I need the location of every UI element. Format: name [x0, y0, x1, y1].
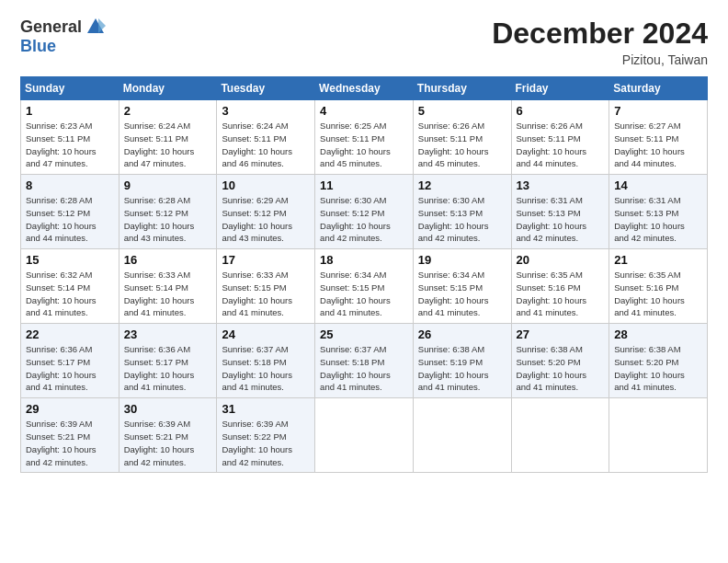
calendar-day-cell: 2Sunrise: 6:24 AM Sunset: 5:11 PM Daylig…	[119, 100, 217, 175]
weekday-header-tuesday: Tuesday	[217, 77, 315, 100]
calendar-day-cell: 10Sunrise: 6:29 AM Sunset: 5:12 PM Dayli…	[217, 175, 315, 249]
logo-general-text: General	[20, 17, 82, 37]
day-number: 12	[418, 178, 506, 192]
day-number: 22	[26, 327, 114, 341]
day-info: Sunrise: 6:29 AM Sunset: 5:12 PM Dayligh…	[222, 194, 310, 245]
calendar-week-row: 8Sunrise: 6:28 AM Sunset: 5:12 PM Daylig…	[21, 175, 708, 249]
day-info: Sunrise: 6:39 AM Sunset: 5:22 PM Dayligh…	[222, 418, 310, 468]
day-number: 17	[222, 253, 310, 267]
calendar-day-cell: 18Sunrise: 6:34 AM Sunset: 5:15 PM Dayli…	[315, 249, 414, 324]
logo-icon	[85, 17, 106, 37]
calendar-week-row: 22Sunrise: 6:36 AM Sunset: 5:17 PM Dayli…	[21, 324, 708, 398]
day-info: Sunrise: 6:35 AM Sunset: 5:16 PM Dayligh…	[517, 269, 605, 319]
calendar-day-cell: 25Sunrise: 6:37 AM Sunset: 5:18 PM Dayli…	[315, 324, 414, 398]
weekday-header-wednesday: Wednesday	[315, 77, 414, 100]
day-info: Sunrise: 6:26 AM Sunset: 5:11 PM Dayligh…	[517, 120, 605, 170]
empty-cell	[315, 398, 414, 473]
location-subtitle: Pizitou, Taiwan	[492, 52, 708, 67]
day-number: 4	[320, 104, 408, 118]
day-info: Sunrise: 6:25 AM Sunset: 5:11 PM Dayligh…	[320, 120, 408, 170]
calendar-day-cell: 27Sunrise: 6:38 AM Sunset: 5:20 PM Dayli…	[511, 324, 609, 398]
day-number: 30	[124, 402, 212, 416]
day-number: 20	[517, 253, 605, 267]
day-info: Sunrise: 6:38 AM Sunset: 5:20 PM Dayligh…	[614, 343, 702, 394]
day-number: 23	[124, 327, 212, 341]
calendar-day-cell: 31Sunrise: 6:39 AM Sunset: 5:22 PM Dayli…	[217, 398, 315, 473]
day-number: 3	[222, 104, 310, 118]
weekday-header-friday: Friday	[511, 77, 609, 100]
logo-blue-text: Blue	[20, 37, 56, 56]
calendar-day-cell: 4Sunrise: 6:25 AM Sunset: 5:11 PM Daylig…	[315, 100, 414, 175]
logo: General Blue	[20, 17, 106, 56]
day-info: Sunrise: 6:31 AM Sunset: 5:13 PM Dayligh…	[517, 194, 605, 245]
calendar-week-row: 15Sunrise: 6:32 AM Sunset: 5:14 PM Dayli…	[21, 249, 708, 324]
calendar-week-row: 1Sunrise: 6:23 AM Sunset: 5:11 PM Daylig…	[21, 100, 708, 175]
title-area: December 2024 Pizitou, Taiwan	[492, 17, 708, 67]
day-number: 31	[222, 402, 310, 416]
day-info: Sunrise: 6:32 AM Sunset: 5:14 PM Dayligh…	[26, 269, 114, 319]
weekday-header-monday: Monday	[119, 77, 217, 100]
day-number: 18	[320, 253, 408, 267]
day-info: Sunrise: 6:34 AM Sunset: 5:15 PM Dayligh…	[418, 269, 506, 319]
page-header: General Blue December 2024 Pizitou, Taiw…	[20, 17, 708, 67]
day-number: 5	[418, 104, 506, 118]
day-info: Sunrise: 6:39 AM Sunset: 5:21 PM Dayligh…	[124, 418, 212, 468]
day-number: 19	[418, 253, 506, 267]
day-info: Sunrise: 6:38 AM Sunset: 5:19 PM Dayligh…	[418, 343, 506, 394]
month-title: December 2024	[492, 17, 708, 51]
day-number: 6	[517, 104, 605, 118]
weekday-header-sunday: Sunday	[21, 77, 119, 100]
day-info: Sunrise: 6:36 AM Sunset: 5:17 PM Dayligh…	[124, 343, 212, 394]
calendar-day-cell: 24Sunrise: 6:37 AM Sunset: 5:18 PM Dayli…	[217, 324, 315, 398]
day-number: 9	[124, 178, 212, 192]
calendar-day-cell: 6Sunrise: 6:26 AM Sunset: 5:11 PM Daylig…	[511, 100, 609, 175]
day-info: Sunrise: 6:31 AM Sunset: 5:13 PM Dayligh…	[614, 194, 702, 245]
day-info: Sunrise: 6:23 AM Sunset: 5:11 PM Dayligh…	[26, 120, 114, 170]
calendar-day-cell: 17Sunrise: 6:33 AM Sunset: 5:15 PM Dayli…	[217, 249, 315, 324]
calendar-day-cell: 16Sunrise: 6:33 AM Sunset: 5:14 PM Dayli…	[119, 249, 217, 324]
calendar-day-cell: 3Sunrise: 6:24 AM Sunset: 5:11 PM Daylig…	[217, 100, 315, 175]
day-info: Sunrise: 6:28 AM Sunset: 5:12 PM Dayligh…	[26, 194, 114, 245]
day-number: 21	[614, 253, 702, 267]
calendar-page: General Blue December 2024 Pizitou, Taiw…	[0, 0, 728, 563]
day-info: Sunrise: 6:37 AM Sunset: 5:18 PM Dayligh…	[320, 343, 408, 394]
calendar-day-cell: 29Sunrise: 6:39 AM Sunset: 5:21 PM Dayli…	[21, 398, 119, 473]
day-number: 16	[124, 253, 212, 267]
calendar-day-cell: 15Sunrise: 6:32 AM Sunset: 5:14 PM Dayli…	[21, 249, 119, 324]
day-info: Sunrise: 6:35 AM Sunset: 5:16 PM Dayligh…	[614, 269, 702, 319]
day-number: 24	[222, 327, 310, 341]
day-number: 13	[517, 178, 605, 192]
calendar-day-cell: 21Sunrise: 6:35 AM Sunset: 5:16 PM Dayli…	[609, 249, 708, 324]
weekday-header-thursday: Thursday	[413, 77, 511, 100]
day-number: 15	[26, 253, 114, 267]
calendar-day-cell: 8Sunrise: 6:28 AM Sunset: 5:12 PM Daylig…	[21, 175, 119, 249]
day-number: 25	[320, 327, 408, 341]
empty-cell	[511, 398, 609, 473]
calendar-day-cell: 19Sunrise: 6:34 AM Sunset: 5:15 PM Dayli…	[413, 249, 511, 324]
day-number: 1	[26, 104, 114, 118]
day-info: Sunrise: 6:30 AM Sunset: 5:12 PM Dayligh…	[320, 194, 408, 245]
calendar-day-cell: 26Sunrise: 6:38 AM Sunset: 5:19 PM Dayli…	[413, 324, 511, 398]
calendar-table: SundayMondayTuesdayWednesdayThursdayFrid…	[20, 76, 708, 473]
day-number: 27	[517, 327, 605, 341]
day-number: 28	[614, 327, 702, 341]
day-number: 8	[26, 178, 114, 192]
calendar-day-cell: 11Sunrise: 6:30 AM Sunset: 5:12 PM Dayli…	[315, 175, 414, 249]
empty-cell	[609, 398, 708, 473]
day-info: Sunrise: 6:24 AM Sunset: 5:11 PM Dayligh…	[124, 120, 212, 170]
day-info: Sunrise: 6:34 AM Sunset: 5:15 PM Dayligh…	[320, 269, 408, 319]
day-info: Sunrise: 6:26 AM Sunset: 5:11 PM Dayligh…	[418, 120, 506, 170]
day-number: 29	[26, 402, 114, 416]
calendar-day-cell: 22Sunrise: 6:36 AM Sunset: 5:17 PM Dayli…	[21, 324, 119, 398]
day-number: 10	[222, 178, 310, 192]
empty-cell	[413, 398, 511, 473]
day-number: 11	[320, 178, 408, 192]
calendar-day-cell: 9Sunrise: 6:28 AM Sunset: 5:12 PM Daylig…	[119, 175, 217, 249]
calendar-week-row: 29Sunrise: 6:39 AM Sunset: 5:21 PM Dayli…	[21, 398, 708, 473]
calendar-day-cell: 5Sunrise: 6:26 AM Sunset: 5:11 PM Daylig…	[413, 100, 511, 175]
calendar-day-cell: 20Sunrise: 6:35 AM Sunset: 5:16 PM Dayli…	[511, 249, 609, 324]
calendar-day-cell: 23Sunrise: 6:36 AM Sunset: 5:17 PM Dayli…	[119, 324, 217, 398]
calendar-day-cell: 13Sunrise: 6:31 AM Sunset: 5:13 PM Dayli…	[511, 175, 609, 249]
day-info: Sunrise: 6:28 AM Sunset: 5:12 PM Dayligh…	[124, 194, 212, 245]
calendar-day-cell: 28Sunrise: 6:38 AM Sunset: 5:20 PM Dayli…	[609, 324, 708, 398]
